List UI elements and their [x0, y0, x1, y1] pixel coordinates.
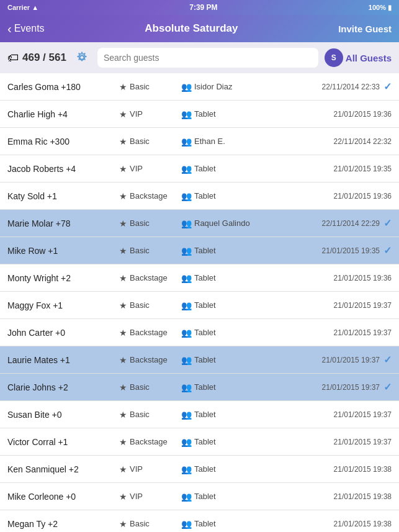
guest-scanned-by: 👥Raquel Galindo: [181, 219, 299, 228]
tier-label: VIP: [130, 464, 143, 474]
guest-name: Monty Wright +2: [7, 273, 119, 283]
scanned-by-label: Ethan E.: [194, 137, 225, 146]
scan-icon: 👥: [181, 464, 192, 474]
tier-label: VIP: [130, 109, 143, 119]
tier-label: Basic: [130, 137, 150, 146]
settings-button[interactable]: [73, 48, 91, 67]
all-guests-button[interactable]: All Guests: [346, 53, 392, 63]
status-time: 7:39 PM: [189, 3, 217, 12]
guest-tier: ★Backstage: [119, 328, 181, 338]
guest-tier: ★Basic: [119, 519, 181, 529]
guest-row[interactable]: Maggy Fox +1★Basic👥Tablet21/01/2015 19:3…: [0, 292, 399, 319]
tier-star-icon: ★: [119, 355, 127, 365]
tier-star-icon: ★: [119, 191, 127, 201]
guest-scanned-by: 👥Tablet: [181, 410, 311, 420]
guest-name: Mike Corleone +0: [7, 492, 119, 502]
tier-label: Basic: [130, 82, 150, 91]
back-chevron-icon: ‹: [7, 22, 12, 35]
scan-icon: 👥: [181, 382, 192, 392]
guest-name: Ken Sanmiquel +2: [7, 464, 119, 474]
guest-name: Maggy Fox +1: [7, 300, 119, 310]
guest-tier: ★Backstage: [119, 273, 181, 283]
nav-title: Absolute Saturday: [145, 22, 238, 35]
guest-row[interactable]: Carles Goma +180★Basic👥Isidor Diaz22/11/…: [0, 73, 399, 101]
scan-icon: 👥: [181, 410, 192, 420]
guest-time: 21/01/2015 19:37: [299, 356, 380, 364]
scanned-by-label: Tablet: [194, 410, 216, 419]
guest-scanned-by: 👥Tablet: [181, 246, 299, 256]
guest-name: Carles Goma +180: [7, 82, 119, 92]
guest-row[interactable]: Victor Corral +1★Backstage👥Tablet21/01/2…: [0, 428, 399, 456]
scan-icon: 👥: [181, 191, 192, 201]
tier-star-icon: ★: [119, 492, 127, 502]
check-icon: ✓: [383, 381, 392, 393]
scan-icon: 👥: [181, 246, 192, 256]
back-button[interactable]: ‹ Events: [7, 22, 45, 35]
scan-icon: 👥: [181, 82, 192, 92]
guest-time: 21/01/2015 19:37: [299, 383, 380, 392]
guest-time: 22/11/2014 22:32: [311, 137, 392, 146]
guest-row[interactable]: Marie Molar +78★Basic👥Raquel Galindo22/1…: [0, 210, 399, 237]
battery-icon: ▮: [388, 4, 392, 11]
check-icon: ✓: [383, 81, 392, 92]
scanned-by-label: Raquel Galindo: [194, 219, 250, 228]
tier-star-icon: ★: [119, 219, 127, 228]
guest-row[interactable]: Ken Sanmiquel +2★VIP👥Tablet21/01/2015 19…: [0, 456, 399, 483]
tier-label: Backstage: [130, 273, 168, 282]
scanned-by-label: Tablet: [194, 164, 216, 173]
guest-tier: ★Basic: [119, 300, 181, 310]
scan-icon: 👥: [181, 300, 192, 310]
scan-icon: 👥: [181, 519, 192, 529]
scanned-by-label: Tablet: [194, 437, 216, 446]
all-guests-section[interactable]: S All Guests: [325, 48, 392, 67]
guest-row[interactable]: Mike Corleone +0★VIP👥Tablet21/01/2015 19…: [0, 483, 399, 510]
guest-time: 21/01/2015 19:37: [311, 301, 392, 310]
guest-name: Jacob Roberts +4: [7, 164, 119, 174]
guest-time: 21/01/2015 19:37: [311, 328, 392, 337]
guest-row[interactable]: Emma Ric +300★Basic👥Ethan E.22/11/2014 2…: [0, 128, 399, 155]
scanned-by-label: Tablet: [194, 492, 216, 501]
back-label: Events: [14, 23, 45, 34]
guest-time: 21/01/2015 19:38: [311, 492, 392, 501]
guest-list: Carles Goma +180★Basic👥Isidor Diaz22/11/…: [0, 73, 399, 532]
carrier-text: Carrier: [7, 4, 30, 11]
guest-row[interactable]: Susan Bite +0★Basic👥Tablet21/01/2015 19:…: [0, 401, 399, 428]
search-input[interactable]: [97, 48, 318, 68]
guest-name: John Carter +0: [7, 328, 119, 338]
guest-row[interactable]: Jacob Roberts +4★VIP👥Tablet21/01/2015 19…: [0, 155, 399, 183]
tier-star-icon: ★: [119, 137, 127, 147]
tier-label: Basic: [130, 246, 150, 255]
guest-scanned-by: 👥Tablet: [181, 437, 311, 447]
guest-scanned-by: 👥Tablet: [181, 492, 311, 502]
guest-row[interactable]: Clarie Johns +2★Basic👥Tablet21/01/2015 1…: [0, 374, 399, 401]
scan-icon: 👥: [181, 164, 192, 174]
tier-star-icon: ★: [119, 328, 127, 338]
check-icon: ✓: [383, 354, 392, 366]
guest-time: 21/01/2015 19:35: [299, 246, 380, 255]
scanned-by-label: Tablet: [194, 519, 216, 528]
guest-scanned-by: 👥Tablet: [181, 519, 311, 529]
carrier-signal: Carrier ▲: [7, 4, 38, 11]
scanned-by-label: Tablet: [194, 246, 216, 255]
check-icon: ✓: [383, 245, 392, 256]
scan-icon: 👥: [181, 328, 192, 338]
scan-icon: 👥: [181, 137, 192, 147]
guest-row[interactable]: Charlie High +4★VIP👥Tablet21/01/2015 19:…: [0, 101, 399, 128]
guest-row[interactable]: Mike Row +1★Basic👥Tablet21/01/2015 19:35…: [0, 237, 399, 264]
guest-time: 22/11/2014 22:33: [299, 83, 380, 91]
guest-row[interactable]: John Carter +0★Backstage👥Tablet21/01/201…: [0, 319, 399, 346]
scanned-by-label: Tablet: [194, 191, 216, 201]
guest-name: Marie Molar +78: [7, 219, 119, 228]
guest-row[interactable]: Monty Wright +2★Backstage👥Tablet21/01/20…: [0, 264, 399, 292]
tier-label: VIP: [130, 164, 143, 173]
guest-count-section: 🏷 469 / 561: [7, 52, 66, 65]
invite-guest-button[interactable]: Invite Guest: [338, 24, 392, 34]
guest-time: 21/01/2015 19:36: [311, 192, 392, 201]
guest-row[interactable]: Megan Ty +2★Basic👥Tablet21/01/2015 19:38: [0, 510, 399, 532]
guest-scanned-by: 👥Tablet: [181, 464, 311, 474]
guest-scanned-by: 👥Tablet: [181, 273, 311, 283]
tier-star-icon: ★: [119, 410, 127, 420]
guest-row[interactable]: Laurie Mates +1★Backstage👥Tablet21/01/20…: [0, 346, 399, 374]
guest-row[interactable]: Katy Sold +1★Backstage👥Tablet21/01/2015 …: [0, 183, 399, 210]
guest-time: 21/01/2015 19:37: [311, 410, 392, 419]
